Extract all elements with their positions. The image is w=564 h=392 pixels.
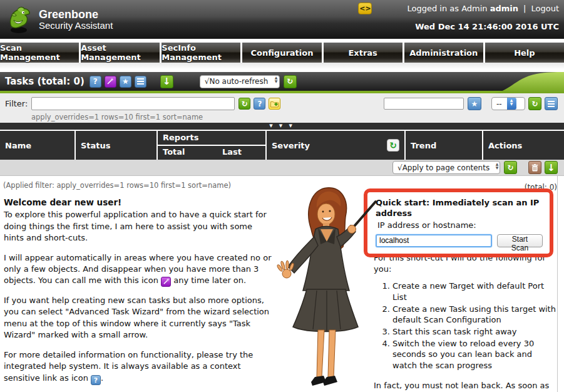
select-stepper: ▲▼ [507, 98, 516, 110]
main-content: (Applied filter: apply_overrides=1 rows=… [0, 176, 564, 392]
wizard-icon[interactable] [161, 277, 171, 287]
bulk-select[interactable]: √Apply to page contents ▲▼ [392, 161, 500, 174]
list-view-icon[interactable] [135, 76, 146, 88]
toolbar-green-swoosh [490, 72, 564, 93]
nav-help[interactable]: Help [485, 43, 564, 63]
column-name[interactable]: Name [0, 131, 74, 160]
content-right-border [557, 176, 558, 392]
refresh-icon[interactable]: ↻ [284, 75, 297, 88]
welcome-paragraph: To explore this powerful application and… [4, 209, 273, 244]
column-severity: Severity ↻ [267, 131, 404, 160]
filter-section: Filter: ↻ ? apply_overrides=1 rows=10 fi… [0, 93, 564, 123]
shortcut-step: Create a new Task using this target with… [392, 304, 557, 326]
column-status[interactable]: Status [76, 131, 156, 160]
column-reports-label[interactable]: Reports [158, 131, 265, 146]
welcome-heading: Welcome dear new user! [4, 197, 273, 209]
greenbone-logo-icon [6, 5, 33, 34]
download-icon[interactable]: ↓ [160, 75, 173, 88]
tasks-toolbar: Tasks (total: 0) ? ★ ↓ √No auto-refresh … [0, 72, 564, 93]
filter-refresh-icon[interactable]: ↻ [238, 98, 250, 110]
quickstart-panel: Quick start: Immediately scan an IP addr… [364, 188, 553, 257]
list-glyph [548, 101, 555, 107]
auto-refresh-select[interactable]: √No auto-refresh ▲▼ [200, 75, 280, 88]
filter-input[interactable] [31, 97, 235, 110]
wizard-icon[interactable] [105, 76, 116, 88]
column-reports-last[interactable]: Last [217, 146, 265, 160]
tasks-table-header: Name Status Reports Total Last Severity … [0, 130, 564, 160]
separator: | [523, 4, 526, 13]
list-glyph [137, 78, 144, 85]
page-title: Tasks (total: 0) [5, 76, 85, 87]
folder-plus-glyph [270, 100, 279, 108]
column-drop-strip[interactable]: ▼ ▼ ▼ [0, 123, 564, 130]
column-reports: Reports Total Last [158, 131, 265, 160]
shortcut-outro: In fact, you must not lean back. As soon… [374, 380, 557, 392]
help-icon[interactable]: ? [90, 76, 101, 88]
select-stepper: ▲▼ [273, 76, 279, 88]
column-severity-label[interactable]: Severity [272, 141, 310, 150]
welcome-paragraph: I will appear automatically in areas whe… [4, 252, 273, 287]
quickstart-title: Quick start: Immediately scan an IP addr… [376, 198, 543, 219]
filter-label: Filter: [5, 99, 28, 108]
new-filter-icon[interactable] [269, 98, 280, 110]
wand-glyph [106, 78, 114, 85]
nav-extras[interactable]: Extras [324, 43, 402, 63]
start-scan-button[interactable]: Start Scan [497, 234, 543, 247]
trash-icon[interactable] [528, 161, 541, 174]
quickstart-host-label: IP address or hostname: [377, 220, 543, 230]
severity-sort-icon[interactable]: ↻ [387, 139, 399, 152]
bulk-download-icon[interactable]: ↓ [545, 161, 558, 174]
brand: Greenbone Security Assistant [0, 0, 113, 34]
quickstart-description: For this short-cut I will do the followi… [374, 252, 557, 392]
save-filter-star-icon[interactable]: ★ [468, 97, 481, 110]
main-navigation: Scan Management Asset Management SecInfo… [0, 39, 564, 72]
welcome-paragraph: If you want help creating new scan tasks… [4, 295, 273, 341]
select-stepper: ▲▼ [495, 162, 500, 173]
nav-secinfo-management[interactable]: SecInfo Management [162, 43, 240, 63]
help-icon[interactable]: ? [91, 375, 101, 385]
column-actions[interactable]: Actions [483, 131, 564, 160]
filter-list-icon[interactable] [545, 97, 558, 110]
new-task-icon[interactable]: ★ [120, 76, 131, 88]
filter-preset-select[interactable]: -- ▲▼ [491, 97, 525, 110]
server-datetime: Wed Dec 14 21:46:00 2016 UTC [358, 22, 559, 31]
shortcut-step: Start this scan task right away [392, 326, 557, 338]
nav-scan-management[interactable]: Scan Management [0, 43, 79, 63]
apply-filter-refresh-icon[interactable]: ↻ [528, 97, 541, 110]
login-username: admin [490, 4, 518, 13]
xml-source-icon[interactable]: <> [358, 3, 372, 14]
app-header: Greenbone Security Assistant <> Logged i… [0, 0, 564, 39]
logout-link[interactable]: Logout [531, 4, 559, 13]
bulk-refresh-icon[interactable]: ↻ [504, 161, 517, 174]
wand-glyph [163, 278, 170, 285]
host-input[interactable] [376, 234, 492, 247]
column-reports-total[interactable]: Total [158, 146, 216, 160]
applied-filter-text: (Applied filter: apply_overrides=1 rows=… [3, 181, 231, 190]
brand-name: Greenbone [39, 9, 113, 21]
filter-hint: apply_overrides=1 rows=10 first=1 sort=n… [31, 113, 559, 121]
saved-filter-input[interactable] [384, 98, 464, 110]
shortcut-steps: Create a new Target with default Port Li… [392, 281, 557, 371]
nav-administration[interactable]: Administration [404, 43, 483, 63]
brand-subtitle: Security Assistant [39, 21, 113, 31]
filter-help-icon[interactable]: ? [254, 98, 265, 110]
shortcut-step: Switch the view to reload every 30 secon… [392, 338, 557, 371]
nav-asset-management[interactable]: Asset Management [81, 43, 160, 63]
column-trend[interactable]: Trend [406, 131, 482, 160]
welcome-panel: Welcome dear new user! To explore this p… [4, 197, 273, 392]
nav-configuration[interactable]: Configuration [242, 43, 321, 63]
nav-shadow [0, 63, 564, 72]
welcome-paragraph: For more detailed information on functio… [4, 349, 273, 386]
bulk-action-bar: √Apply to page contents ▲▼ ↻ ↓ [0, 160, 564, 176]
trash-glyph [531, 164, 538, 172]
shortcut-step: Create a new Target with default Port Li… [392, 281, 557, 302]
login-status: Logged in as Admin admin [407, 4, 518, 13]
